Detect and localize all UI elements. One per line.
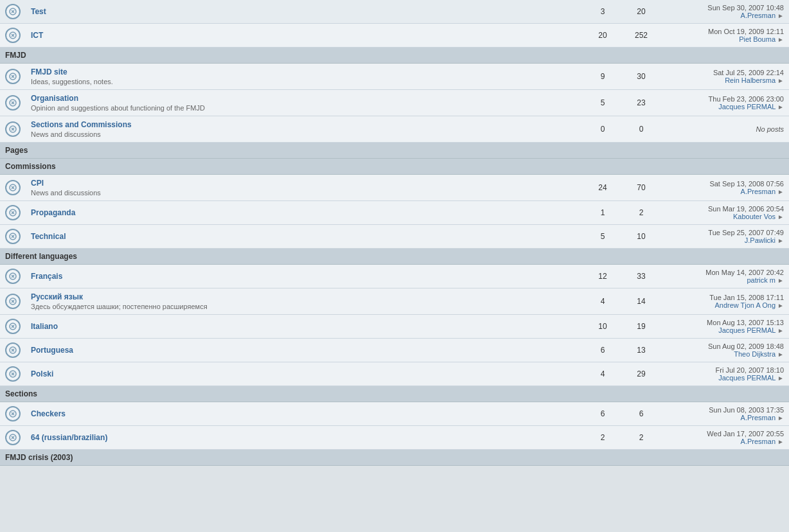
lastpost-cell: Sun Jun 08, 2003 17:35 A.Presman ►: [660, 402, 789, 426]
lastpost-user-link[interactable]: A.Presman: [741, 414, 776, 421]
lastpost-arrow: ►: [777, 237, 784, 244]
lastpost-user-link[interactable]: J.Pawlicki: [745, 236, 776, 244]
posts-count: 70: [622, 175, 660, 201]
lastpost-user-link[interactable]: Jacques PERMAL: [718, 326, 776, 334]
forum-link-russian[interactable]: Русский язык: [31, 292, 83, 301]
forum-row-cpi: CPI News and discussions 24 70 Sat Sep 1…: [0, 175, 789, 201]
lastpost-cell: Thu Feb 23, 2006 23:00 Jacques PERMAL ►: [660, 90, 789, 116]
topics-count: 5: [583, 90, 622, 116]
lastpost-cell: Fri Jul 20, 2007 18:10 Jacques PERMAL ►: [660, 362, 789, 386]
lastpost-user-link[interactable]: Jacques PERMAL: [718, 374, 776, 382]
lastpost-cell: Sun Sep 30, 2007 10:48 A.Presman ►: [660, 0, 789, 24]
lastpost-user-link[interactable]: Rein Halbersma: [725, 76, 776, 84]
no-new-posts-icon: [5, 69, 21, 84]
section-header-different-languages: Different languages: [0, 249, 789, 265]
lastpost-user-link[interactable]: Kabouter Vos: [733, 213, 776, 220]
topics-count: 6: [583, 402, 622, 426]
forum-row-checkers: Checkers 6 6 Sun Jun 08, 2003 17:35 A.Pr…: [0, 402, 789, 426]
lastpost-user-link[interactable]: patrick m: [747, 276, 776, 284]
forum-row-64: 64 (russian/brazilian) 2 2 Wed Jan 17, 2…: [0, 426, 789, 450]
forum-name-cell: ICT: [26, 24, 583, 48]
forum-link-cpi[interactable]: CPI: [31, 179, 44, 188]
forum-link-64[interactable]: 64 (russian/brazilian): [31, 433, 107, 442]
lastpost-user-link[interactable]: Theo Dijkstra: [734, 350, 776, 358]
forum-row-ict: ICT 20 252 Mon Oct 19, 2009 12:11 Piet B…: [0, 24, 789, 48]
forum-icon-cell: [0, 24, 26, 48]
forum-link-checkers[interactable]: Checkers: [31, 409, 66, 418]
lastpost-user-link[interactable]: Andrew Tjon A Ong: [714, 301, 776, 309]
lastpost-user-link[interactable]: A.Presman: [741, 438, 776, 445]
posts-count: 2: [622, 201, 660, 225]
lastpost-user-link[interactable]: Piet Bouma: [739, 35, 776, 43]
forum-link-propaganda[interactable]: Propaganda: [31, 208, 75, 217]
posts-count: 19: [622, 315, 660, 339]
topics-count: 6: [583, 339, 622, 362]
topics-count: 4: [583, 362, 622, 386]
forum-name-cell: CPI News and discussions: [26, 175, 583, 201]
forum-row-italiano: Italiano 10 19 Mon Aug 13, 2007 15:13 Ja…: [0, 315, 789, 339]
posts-count: 10: [622, 225, 660, 249]
forum-row-polski: Polski 4 29 Fri Jul 20, 2007 18:10 Jacqu…: [0, 362, 789, 386]
posts-count: 2: [622, 426, 660, 450]
topics-count: 24: [583, 175, 622, 201]
forum-name-cell: Русский язык Здесь обсуждается шашки; по…: [26, 288, 583, 315]
lastpost-cell: Tue Jan 15, 2008 17:11 Andrew Tjon A Ong…: [660, 288, 789, 315]
no-new-posts-icon: [5, 269, 21, 284]
lastpost-user-link[interactable]: Jacques PERMAL: [718, 103, 776, 111]
lastpost-cell: Mon Oct 19, 2009 12:11 Piet Bouma ►: [660, 24, 789, 48]
forum-name-cell: Test: [26, 0, 583, 24]
forum-desc: Ideas, suggestions, notes.: [31, 78, 578, 85]
forum-name-cell: Sections and Commissions News and discus…: [26, 116, 583, 143]
forum-link-fmjd-site[interactable]: FMJD site: [31, 67, 67, 76]
no-new-posts-icon: [5, 406, 21, 421]
no-new-posts-icon: [5, 28, 21, 43]
topics-count: 3: [583, 0, 622, 24]
no-new-posts-icon: [5, 229, 21, 244]
forum-name-cell: Technical: [26, 225, 583, 249]
forum-row-portuguesa: Portuguesa 6 13 Sun Aug 02, 2009 18:48 T…: [0, 339, 789, 362]
no-new-posts-icon: [5, 180, 21, 195]
lastpost-arrow: ►: [777, 36, 784, 43]
forum-link-organisation[interactable]: Organisation: [31, 94, 78, 103]
lastpost-arrow: ►: [777, 414, 784, 421]
topics-count: 20: [583, 24, 622, 48]
forum-icon-cell: [0, 201, 26, 225]
section-header-fmjd: FMJD: [0, 48, 789, 64]
lastpost-cell: Mon Aug 13, 2007 15:13 Jacques PERMAL ►: [660, 315, 789, 339]
forum-link-francais[interactable]: Français: [31, 272, 62, 281]
topics-count: 0: [583, 116, 622, 143]
forum-link-polski[interactable]: Polski: [31, 369, 53, 378]
lastpost-user-link[interactable]: A.Presman: [741, 188, 776, 195]
forum-link-portuguesa[interactable]: Portuguesa: [31, 346, 73, 355]
section-header-pages: Pages: [0, 143, 789, 159]
forum-link-ict[interactable]: ICT: [31, 31, 43, 40]
section-header-fmjd-crisis: FMJD crisis (2003): [0, 450, 789, 466]
forum-icon-cell: [0, 90, 26, 116]
lastpost-cell: Sat Sep 13, 2008 07:56 A.Presman ►: [660, 175, 789, 201]
lastpost-arrow: ►: [777, 438, 784, 445]
section-title-fmjd: FMJD: [0, 48, 789, 64]
lastpost-arrow: ►: [777, 351, 784, 358]
forum-name-cell: Italiano: [26, 315, 583, 339]
lastpost-user-link[interactable]: A.Presman: [741, 12, 776, 19]
forum-name-cell: Organisation Opinion and suggestions abo…: [26, 90, 583, 116]
no-new-posts-icon: [5, 95, 21, 111]
forum-row-test: Test 3 20 Sun Sep 30, 2007 10:48 A.Presm…: [0, 0, 789, 24]
forum-row-fmjd-site: FMJD site Ideas, suggestions, notes. 9 3…: [0, 64, 789, 90]
forum-link-technical[interactable]: Technical: [31, 232, 66, 241]
section-title-pages: Pages: [0, 143, 789, 159]
lastpost-arrow: ►: [777, 213, 784, 220]
section-header-sections: Sections: [0, 386, 789, 402]
forum-row-sections-commissions: Sections and Commissions News and discus…: [0, 116, 789, 143]
forum-link-sections-commissions[interactable]: Sections and Commissions: [31, 120, 132, 129]
forum-link-italiano[interactable]: Italiano: [31, 322, 58, 331]
forum-desc: Opinion and suggestions about functionin…: [31, 104, 578, 112]
posts-count: 29: [622, 362, 660, 386]
lastpost-cell: Sun Mar 19, 2006 20:54 Kabouter Vos ►: [660, 201, 789, 225]
lastpost-cell: Mon May 14, 2007 20:42 patrick m ►: [660, 265, 789, 288]
posts-count: 0: [622, 116, 660, 143]
posts-count: 23: [622, 90, 660, 116]
posts-count: 6: [622, 402, 660, 426]
forum-link-test[interactable]: Test: [31, 7, 46, 16]
lastpost-arrow: ►: [777, 77, 784, 84]
